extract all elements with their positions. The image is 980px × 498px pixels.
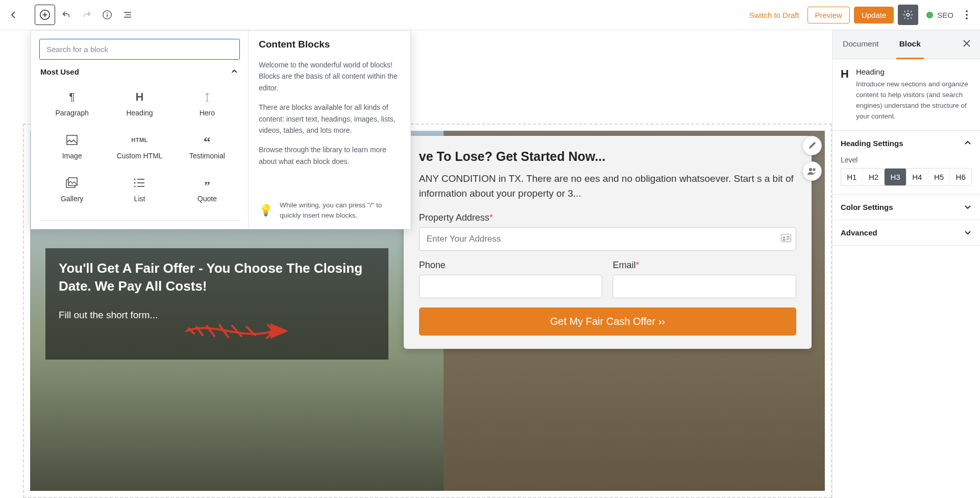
switch-to-draft-link[interactable]: Switch to Draft	[745, 11, 803, 19]
form-body-text: ANY CONDITION in TX. There are no ees an…	[419, 171, 796, 201]
svg-point-8	[134, 182, 136, 184]
email-label: Email*	[612, 260, 796, 271]
inserter-tip: 💡 While writing, you can press "/" to qu…	[259, 190, 400, 221]
close-icon	[963, 39, 971, 48]
undo-button[interactable]	[57, 6, 76, 24]
block-list[interactable]: List	[107, 169, 172, 210]
phone-label: Phone	[419, 260, 603, 271]
advanced-panel: Advanced	[832, 220, 980, 246]
email-input[interactable]	[612, 275, 796, 298]
color-settings-toggle[interactable]: Color Settings	[832, 195, 980, 220]
advanced-toggle[interactable]: Advanced	[832, 220, 980, 245]
block-name: Heading	[856, 67, 972, 76]
users-float-button[interactable]	[802, 161, 822, 181]
level-h2[interactable]: H2	[863, 169, 885, 185]
content-blocks-p1: Welcome to the wonderful world of blocks…	[259, 59, 400, 93]
heading-level-selector: H1 H2 H3 H4 H5 H6	[841, 168, 972, 186]
block-quote[interactable]: ” Quote	[175, 169, 240, 210]
block-gallery[interactable]: Gallery	[39, 169, 105, 210]
edit-float-button[interactable]	[802, 136, 822, 155]
toolbar-right: Switch to Draft Preview Update SEO	[745, 5, 976, 25]
outline-button[interactable]	[118, 6, 137, 24]
svg-point-2	[107, 12, 108, 13]
lead-form-card: ve To Lose? Get Started Now... ANY CONDI…	[404, 136, 812, 349]
seo-status-dot	[926, 12, 933, 18]
address-input[interactable]	[419, 227, 796, 251]
block-custom-html[interactable]: HTML Custom HTML	[107, 126, 172, 167]
update-button[interactable]: Update	[854, 7, 894, 23]
svg-point-10	[809, 168, 812, 171]
dot-icon	[966, 17, 968, 19]
gear-icon	[902, 9, 914, 20]
content-blocks-title: Content Blocks	[259, 39, 400, 50]
tab-block[interactable]: Block	[889, 30, 931, 59]
heading-settings-label: Heading Settings	[841, 139, 903, 148]
heading-settings-panel: Heading Settings Level H1 H2 H3 H4 H5 H6	[832, 131, 980, 195]
block-hero[interactable]: Hero	[175, 83, 240, 124]
block-description: Introduce new sections and organize cont…	[856, 79, 972, 122]
content-blocks-p2: There are blocks available for all kinds…	[259, 102, 400, 136]
address-card-icon	[781, 234, 791, 244]
seo-label: SEO	[937, 11, 953, 19]
block-label: Custom HTML	[116, 152, 162, 160]
top-toolbar: Switch to Draft Preview Update SEO	[0, 0, 980, 30]
tip-text: While writing, you can press "/" to quic…	[280, 200, 400, 221]
gallery-icon	[66, 176, 78, 189]
inserter-info-panel: Content Blocks Welcome to the wonderful …	[248, 31, 410, 229]
svg-point-7	[134, 179, 136, 180]
info-button[interactable]	[98, 6, 116, 24]
block-search-input[interactable]	[39, 39, 240, 60]
main-area: Most Used ¶ Paragraph H Heading	[0, 30, 980, 498]
redo-button[interactable]	[78, 6, 96, 24]
block-label: Paragraph	[55, 109, 88, 117]
preview-button[interactable]: Preview	[807, 7, 850, 23]
block-info-header: H Heading Introduce new sections and org…	[832, 59, 980, 131]
add-block-button[interactable]	[35, 5, 55, 25]
dot-icon	[966, 10, 968, 12]
submit-button[interactable]: Get My Fair Cash Offer ››	[419, 307, 796, 336]
level-h6[interactable]: H6	[950, 169, 971, 185]
most-used-toggle[interactable]: Most Used	[39, 60, 240, 83]
svg-point-13	[783, 236, 785, 239]
sidebar-tabs: Document Block	[832, 30, 980, 59]
plus-circle-icon	[39, 9, 51, 20]
hero-heading: You'll Get A Fair Offer - You Choose The…	[59, 259, 375, 295]
editor-canvas: Most Used ¶ Paragraph H Heading	[0, 30, 832, 498]
html-icon: HTML	[131, 133, 148, 147]
block-paragraph[interactable]: ¶ Paragraph	[39, 83, 105, 124]
inserter-blocks-panel: Most Used ¶ Paragraph H Heading	[31, 31, 248, 229]
chevron-down-icon	[964, 203, 972, 211]
color-settings-panel: Color Settings	[832, 195, 980, 220]
phone-input[interactable]	[419, 275, 603, 298]
block-testimonial[interactable]: “ Testimonial	[175, 126, 240, 167]
back-button[interactable]	[4, 6, 22, 24]
settings-sidebar: Document Block H Heading Introduce new s…	[832, 30, 980, 498]
heading-settings-toggle[interactable]: Heading Settings	[832, 131, 980, 156]
block-image[interactable]: Image	[39, 126, 105, 167]
svg-rect-4	[67, 135, 77, 145]
settings-button[interactable]	[898, 5, 918, 25]
seo-indicator[interactable]: SEO	[922, 11, 958, 19]
pencil-icon	[807, 141, 817, 150]
level-h1[interactable]: H1	[841, 169, 863, 185]
block-label: Image	[62, 152, 82, 160]
block-heading[interactable]: H Heading	[107, 83, 172, 124]
sidebar-close-button[interactable]	[953, 30, 980, 59]
level-h3[interactable]: H3	[885, 169, 906, 185]
list-outline-icon	[122, 9, 133, 20]
toolbar-left	[4, 5, 137, 25]
block-label: Testimonial	[189, 152, 225, 160]
blocks-grid: ¶ Paragraph H Heading Hero	[39, 83, 240, 221]
svg-point-11	[813, 168, 815, 171]
block-label: Heading	[126, 109, 153, 117]
block-label: Gallery	[61, 195, 83, 203]
level-h4[interactable]: H4	[906, 169, 928, 185]
tab-document[interactable]: Document	[832, 30, 889, 59]
more-menu-button[interactable]	[962, 6, 972, 23]
block-label: Quote	[198, 195, 217, 203]
level-h5[interactable]: H5	[928, 169, 950, 185]
content-blocks-p3: Browse through the library to learn more…	[259, 144, 400, 167]
most-used-label: Most Used	[40, 67, 79, 76]
testimonial-icon: “	[204, 133, 211, 147]
block-inserter-popover: Most Used ¶ Paragraph H Heading	[31, 30, 411, 229]
